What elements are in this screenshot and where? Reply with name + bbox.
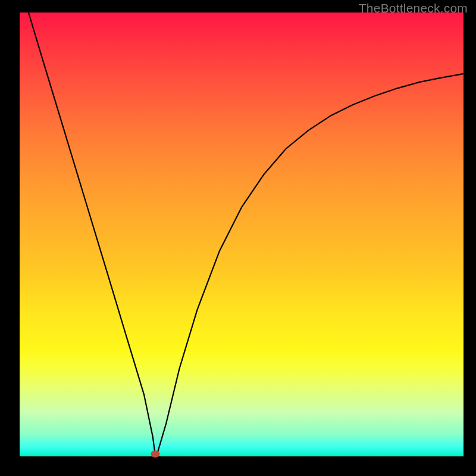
bottleneck-curve <box>20 12 464 456</box>
optimum-marker <box>151 450 159 458</box>
watermark-text: TheBottleneck.com <box>359 1 468 15</box>
chart-frame: TheBottleneck.com <box>0 0 476 476</box>
plot-area <box>20 12 464 456</box>
